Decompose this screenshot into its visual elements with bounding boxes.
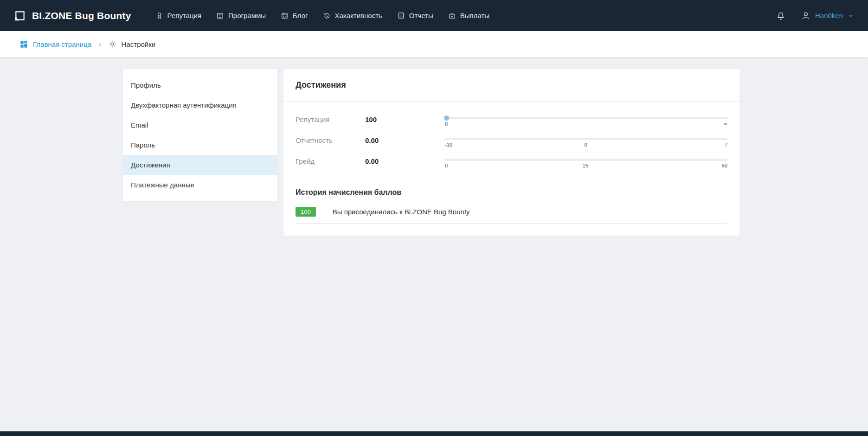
metric-label: Грейд [296,156,365,165]
metric-label: Репутация [296,115,365,123]
nav-label: Отчеты [409,12,433,19]
metric-row-reporting: Отчетность 0.00 -10 0 7 [296,135,727,149]
nav-label: Выплаты [460,12,489,19]
top-navbar: BI.ZONE Bug Bounty Репутация Программы [0,0,868,31]
dashboard-grid-icon [19,40,28,49]
metric-value: 0.00 [365,135,444,144]
settings-item-email[interactable]: Email [123,115,277,135]
scale-max: 7 [725,142,727,147]
grade-meter: 0 25 50 [444,156,727,170]
brand[interactable]: BI.ZONE Bug Bounty [14,10,131,22]
scale-mid: 0 [584,142,587,147]
footer-strip [0,431,868,436]
panel-title: Достижения [283,69,739,102]
scale-min: -10 [445,142,452,147]
history-title: История начисления баллов [283,184,739,197]
payouts-icon [448,12,456,19]
notifications-bell-icon[interactable] [776,11,785,20]
meter-marker-dot [444,115,449,121]
metric-label: Отчетность [296,135,365,144]
nav-item-payouts[interactable]: Выплаты [441,6,497,25]
reports-icon [397,12,405,19]
breadcrumb-home-label: Главная страница [33,40,91,48]
metric-row-grade: Грейд 0.00 0 25 50 [296,156,727,170]
history-entry-text: Вы присоединились к Bi.ZONE Bug Bounty [333,208,470,216]
reporting-meter: -10 0 7 [444,135,727,149]
achievements-panel: Достижения Репутация 100 0 ∞ Отчетн [283,69,739,236]
bizone-logo-icon [14,10,26,22]
gear-icon [109,40,117,48]
main-nav: Репутация Программы Блог [148,6,497,25]
nav-item-blog[interactable]: Блог [273,6,315,25]
navbar-right: Han0ken [776,11,854,20]
scale-min: 0 [445,163,448,168]
scale-max: ∞ [724,121,727,127]
settings-item-profile[interactable]: Профиль [123,75,277,95]
meter-scale: 0 ∞ [444,121,727,128]
nav-item-programs[interactable]: Программы [209,6,273,25]
settings-item-2fa[interactable]: Двухфакторная аутентификация [123,95,277,115]
meter-track [444,117,727,119]
scale-mid: 25 [583,163,588,168]
breadcrumb-current-label: Настройки [122,40,156,48]
scale-max: 50 [722,163,727,168]
settings-item-achievements[interactable]: Достижения [123,155,277,175]
meter-scale: 0 25 50 [444,163,727,170]
metric-row-reputation: Репутация 100 0 ∞ [296,115,727,128]
nav-item-hackactivity[interactable]: Хакактивность [315,6,390,25]
settings-menu: Профиль Двухфакторная аутентификация Ema… [123,69,277,201]
breadcrumb: Главная страница › Настройки [0,31,868,57]
breadcrumb-current: Настройки [109,40,156,48]
meter-scale: -10 0 7 [444,142,727,149]
nav-label: Программы [228,12,266,19]
chevron-down-icon [848,13,854,19]
nav-item-reputation[interactable]: Репутация [148,6,209,25]
blog-icon [281,12,289,19]
nav-label: Репутация [167,12,201,19]
settings-item-password[interactable]: Пароль [123,135,277,155]
programs-icon [216,12,224,19]
nav-label: Блог [293,12,308,19]
brand-name: BI.ZONE Bug Bounty [32,10,131,21]
metrics-list: Репутация 100 0 ∞ Отчетность 0.00 [283,102,739,184]
metric-value: 100 [365,115,444,123]
user-icon [801,11,810,20]
nav-label: Хакактивность [335,12,382,19]
settings-item-payment-data[interactable]: Платежные данные [123,175,277,195]
user-menu[interactable]: Han0ken [801,11,854,20]
reputation-meter: 0 ∞ [444,115,727,128]
breadcrumb-home-link[interactable]: Главная страница [19,40,91,49]
breadcrumb-separator-icon: › [99,40,101,48]
meter-track [444,159,727,161]
reputation-icon [155,12,163,19]
main-content: Профиль Двухфакторная аутентификация Ema… [0,57,868,236]
nav-item-reports[interactable]: Отчеты [390,6,441,25]
history-entry: 100 Вы присоединились к Bi.ZONE Bug Boun… [296,207,727,224]
user-name: Han0ken [815,12,843,19]
metric-value: 0.00 [365,156,444,165]
points-badge: 100 [296,207,316,217]
scale-min: 0 [445,121,448,127]
meter-track [444,138,727,140]
hackactivity-icon [323,12,331,19]
